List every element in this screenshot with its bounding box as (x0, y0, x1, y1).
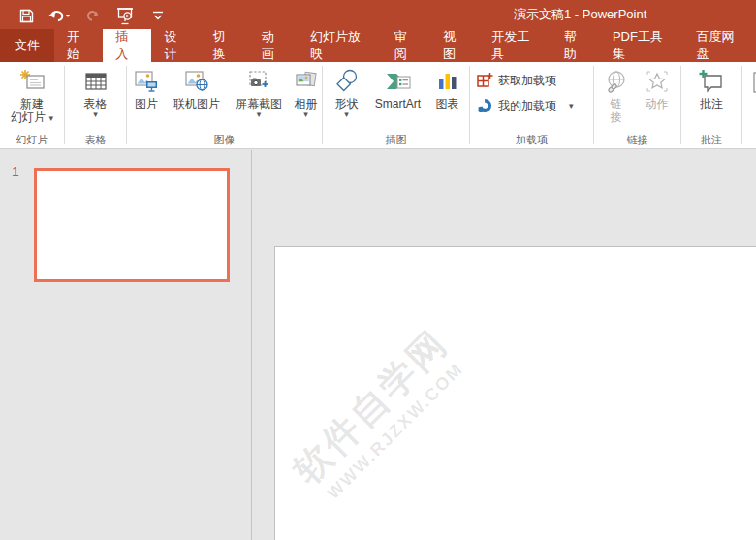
link-icon (603, 66, 630, 97)
ribbon-group-illustrations: 形状 ▾ SmartArt (323, 62, 469, 148)
text-box-button[interactable]: 文 (750, 64, 756, 111)
group-label-slides: 幻灯片 (0, 133, 64, 148)
new-slide-label-line2: 幻灯片 ▾ (11, 111, 53, 125)
group-label-text (742, 133, 756, 148)
save-button[interactable] (14, 4, 39, 27)
powerpoint-window: 演示文稿1 - PowerPoint 文件 开始 插入 设计 切换 动画 幻灯片… (0, 0, 756, 540)
my-addins-icon (476, 97, 493, 114)
slide-editing-area (253, 150, 756, 540)
tab-pdf-tools[interactable]: PDF工具集 (600, 29, 684, 62)
photo-album-icon (293, 66, 320, 97)
undo-icon (47, 8, 71, 23)
ribbon-group-addins: 获取加载项 我的加载项 ▾ 加载项 (470, 62, 593, 148)
pictures-button[interactable]: 图片 (127, 64, 166, 111)
link-button[interactable]: 链 接 (597, 64, 636, 124)
start-slideshow-button[interactable] (112, 4, 138, 27)
ribbon-group-comments: 批注 批注 (681, 62, 741, 148)
smartart-button[interactable]: SmartArt (369, 64, 427, 111)
save-icon (18, 8, 35, 24)
photo-album-button[interactable]: 相册 ▾ (290, 64, 322, 119)
pictures-label: 图片 (135, 97, 158, 111)
ribbon: 新建 幻灯片 ▾ 幻灯片 (0, 62, 756, 149)
pictures-icon (133, 66, 160, 97)
tab-review[interactable]: 审阅 (382, 29, 430, 62)
comment-button[interactable]: 批注 (697, 64, 726, 111)
link-label-line2: 接 (611, 111, 622, 124)
dropdown-arrow-icon: ▾ (93, 111, 98, 119)
online-pictures-label: 联机图片 (173, 97, 220, 111)
new-slide-button[interactable]: 新建 幻灯片 ▾ (11, 64, 53, 125)
chart-label: 图表 (436, 97, 459, 111)
dropdown-arrow-icon: ▾ (257, 111, 262, 119)
tab-insert[interactable]: 插入 (103, 29, 151, 62)
dropdown-arrow-icon: ▾ (344, 111, 349, 119)
group-label-images: 图像 (127, 133, 322, 148)
slide-thumbnail-1[interactable] (34, 168, 230, 282)
slide-thumbnail-pane[interactable]: 1 (0, 150, 252, 540)
slide-canvas[interactable] (274, 246, 756, 540)
screenshot-icon (245, 66, 272, 97)
text-box-icon (750, 66, 756, 97)
table-button[interactable]: 表格 ▾ (83, 64, 109, 119)
window-title: 演示文稿1 - PowerPoint (514, 0, 646, 29)
group-label-links: 链接 (594, 133, 680, 148)
dropdown-arrow-icon: ▾ (569, 101, 574, 111)
smartart-label: SmartArt (375, 97, 421, 111)
tab-developer[interactable]: 开发工具 (479, 29, 551, 62)
my-addins-label: 我的加载项 (498, 98, 556, 114)
group-label-illustrations: 插图 (323, 133, 469, 148)
tab-file[interactable]: 文件 (0, 29, 54, 62)
ribbon-group-images: 图片 联机图片 (127, 62, 322, 148)
group-label-comments: 批注 (681, 133, 741, 148)
link-label-line1: 链 (611, 97, 622, 111)
tab-transitions[interactable]: 切换 (201, 29, 249, 62)
titlebar: 演示文稿1 - PowerPoint (0, 0, 756, 29)
ribbon-group-slides: 新建 幻灯片 ▾ 幻灯片 (0, 62, 64, 148)
slide-number: 1 (12, 164, 19, 179)
tab-help[interactable]: 帮助 (551, 29, 600, 62)
undo-button[interactable] (47, 4, 72, 27)
get-addins-button[interactable]: 获取加载项 (470, 68, 593, 93)
chart-icon (435, 66, 460, 97)
dropdown-arrow-icon: ▾ (303, 111, 308, 119)
tab-view[interactable]: 视图 (430, 29, 479, 62)
chart-button[interactable]: 图表 (427, 64, 468, 111)
tab-baidu-netdisk[interactable]: 百度网盘 (683, 29, 755, 62)
quick-access-toolbar (14, 3, 171, 28)
tab-home[interactable]: 开始 (54, 29, 103, 62)
online-pictures-button[interactable]: 联机图片 (166, 64, 228, 111)
get-addins-icon (476, 72, 493, 89)
shapes-label: 形状 (335, 97, 359, 111)
action-button[interactable]: 动作 (636, 64, 678, 111)
get-addins-label: 获取加载项 (498, 73, 556, 89)
slideshow-icon (115, 7, 135, 25)
my-addins-button[interactable]: 我的加载项 ▾ (470, 93, 593, 118)
shapes-icon (333, 66, 361, 97)
tab-slideshow[interactable]: 幻灯片放映 (298, 29, 382, 62)
ribbon-group-links: 链 接 动作 链接 (594, 62, 680, 148)
group-label-addins: 加载项 (470, 133, 593, 148)
comment-icon (697, 66, 726, 97)
table-label: 表格 (84, 97, 108, 111)
tab-design[interactable]: 设计 (151, 29, 200, 62)
new-slide-label-line1: 新建 (20, 97, 44, 111)
redo-icon (84, 8, 100, 23)
ribbon-group-table: 表格 ▾ 表格 (65, 62, 126, 148)
shapes-button[interactable]: 形状 ▾ (325, 64, 369, 119)
content-area: 1 软件自学网 WWW.RJZXW.COM (0, 150, 756, 540)
smartart-icon (384, 66, 413, 97)
photo-album-label: 相册 (295, 97, 318, 111)
new-slide-icon (17, 66, 47, 97)
redo-button[interactable] (79, 4, 105, 27)
tab-animations[interactable]: 动画 (249, 29, 298, 62)
screenshot-button[interactable]: 屏幕截图 ▾ (228, 64, 290, 119)
comment-label: 批注 (700, 97, 723, 111)
customize-qat-button[interactable] (145, 4, 171, 27)
ribbon-group-text-partial: 文 (742, 62, 756, 148)
ribbon-tab-bar: 文件 开始 插入 设计 切换 动画 幻灯片放映 审阅 视图 开发工具 帮助 PD… (0, 29, 756, 62)
group-label-table: 表格 (65, 133, 126, 148)
table-icon (83, 66, 109, 97)
online-pictures-icon (183, 66, 210, 97)
screenshot-label: 屏幕截图 (236, 97, 282, 111)
chevron-down-icon (151, 10, 165, 21)
